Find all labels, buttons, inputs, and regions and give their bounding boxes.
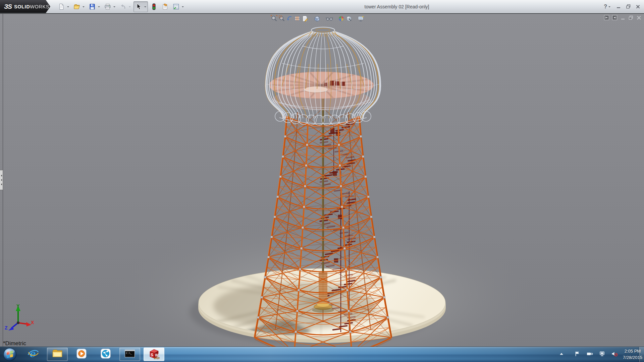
options-button[interactable] xyxy=(171,1,185,12)
collapse-arrow-icon xyxy=(0,179,2,181)
section-view-icon xyxy=(294,15,301,23)
panel-previous-button[interactable] xyxy=(604,16,609,21)
show-desktop-button[interactable] xyxy=(639,347,644,362)
y-axis-label: Y xyxy=(16,303,20,309)
toolbar-separator xyxy=(321,19,325,19)
annotation-view-button[interactable] xyxy=(301,15,309,23)
save-dropdown-icon[interactable] xyxy=(97,2,101,11)
start-button[interactable] xyxy=(3,348,17,361)
doc-restore-button[interactable] xyxy=(628,16,633,21)
file-properties-button[interactable] xyxy=(160,1,170,12)
power-button[interactable] xyxy=(587,351,593,358)
open-button[interactable] xyxy=(72,1,86,12)
new-document-dropdown-icon[interactable] xyxy=(66,2,70,11)
volume-muted-button[interactable] xyxy=(611,351,618,358)
taskbar-internet-explorer-button[interactable]: e xyxy=(23,348,44,361)
print-button[interactable] xyxy=(103,1,117,12)
taskbar-app-buttons: eC:\_SW2015 xyxy=(23,348,164,361)
annotation-view-icon xyxy=(302,15,309,23)
help-icon: ? xyxy=(604,4,607,10)
undo-button[interactable] xyxy=(118,1,132,12)
options-dropdown-icon[interactable] xyxy=(180,2,185,11)
select-dropdown-icon[interactable] xyxy=(143,2,147,11)
x-axis xyxy=(18,323,28,324)
zoom-to-fit-button[interactable] xyxy=(270,15,278,23)
show-hidden-icons-icon xyxy=(559,351,564,358)
logo-text: SOLIDWORKS xyxy=(14,4,49,9)
toolbar-separator xyxy=(353,19,357,19)
new-document-icon xyxy=(57,2,66,11)
collapse-arrow-icon xyxy=(0,175,2,177)
power-icon xyxy=(587,351,593,358)
close-button[interactable] xyxy=(635,4,641,9)
taskbar-command-prompt-button[interactable]: C:\_ xyxy=(119,348,140,361)
restore-button[interactable] xyxy=(626,4,631,9)
undo-dropdown-icon[interactable] xyxy=(127,2,132,11)
dassault-3ds-logo-icon: ЗS xyxy=(4,3,12,10)
svg-text:S: S xyxy=(151,353,153,357)
select-icon xyxy=(134,2,143,11)
taskbar-solidworks-button[interactable]: SW2015 xyxy=(144,348,164,361)
apply-scene-button[interactable] xyxy=(345,15,353,23)
section-view-button[interactable] xyxy=(293,15,301,23)
toolbar-separator xyxy=(333,19,337,19)
restore-icon xyxy=(626,4,631,9)
feature-manager-collapsed-tab[interactable] xyxy=(0,170,3,190)
graphics-area[interactable]: Y X Z *Dimetric xyxy=(0,13,644,347)
svg-text:C:\_: C:\_ xyxy=(126,352,132,355)
new-document-button[interactable] xyxy=(56,1,71,12)
network-button[interactable] xyxy=(599,351,605,358)
apply-scene-icon xyxy=(345,15,353,23)
zoom-to-area-button[interactable] xyxy=(278,15,286,23)
taskbar-media-player-button[interactable] xyxy=(71,348,92,361)
document-title: tower Assembly 02 [Read-only] xyxy=(365,0,429,13)
view-orientation-icon xyxy=(314,15,321,23)
app-title-bar: ЗS SOLIDWORKS tower Assembly 02 [Read-on… xyxy=(0,0,644,13)
solidworks-icon: SW2015 xyxy=(148,348,160,361)
print-icon xyxy=(103,2,112,11)
collapse-arrow-icon xyxy=(0,183,2,185)
previous-view-icon xyxy=(286,15,293,23)
edit-appearance-button[interactable] xyxy=(337,15,345,23)
command-prompt-icon: C:\_ xyxy=(124,348,136,361)
open-dropdown-icon[interactable] xyxy=(81,2,86,11)
taskbar-windows-explorer-button[interactable] xyxy=(47,348,68,361)
panel-next-button[interactable] xyxy=(612,16,617,21)
view-orientation-button[interactable] xyxy=(313,15,321,23)
edit-appearance-icon xyxy=(338,15,345,23)
select-button[interactable] xyxy=(133,1,148,12)
doc-close-icon xyxy=(637,15,641,21)
view-settings-button[interactable] xyxy=(357,15,365,23)
x-axis-label: X xyxy=(31,320,34,325)
panel-previous-icon xyxy=(604,15,609,21)
save-button[interactable] xyxy=(87,1,102,12)
logo-text-solid: SOLID xyxy=(14,4,30,9)
show-hidden-icon-button[interactable] xyxy=(559,351,564,358)
rebuild-button[interactable] xyxy=(149,1,159,12)
heads-up-view-toolbar xyxy=(270,15,365,23)
doc-close-button[interactable] xyxy=(636,16,641,21)
minimize-button[interactable] xyxy=(616,4,621,9)
share-app-icon xyxy=(100,348,111,361)
open-icon xyxy=(72,2,81,11)
previous-view-button[interactable] xyxy=(286,15,293,23)
minimize-icon xyxy=(616,5,621,9)
triad-origin xyxy=(17,321,19,324)
help-dropdown-icon[interactable] xyxy=(607,2,611,11)
action-center-button[interactable] xyxy=(575,351,580,358)
feature-manager-splitter[interactable] xyxy=(0,14,3,347)
help-button[interactable]: ? xyxy=(604,2,611,11)
zoom-to-area-icon xyxy=(278,15,285,23)
hide-show-items-button[interactable] xyxy=(325,15,333,23)
document-window-controls xyxy=(604,16,641,21)
windows-start-icon xyxy=(3,348,17,361)
view-orientation-label: *Dimetric xyxy=(3,340,26,347)
network-icon xyxy=(599,351,605,358)
doc-minimize-button[interactable] xyxy=(620,16,625,21)
windows-explorer-icon xyxy=(52,348,63,361)
file-properties-icon xyxy=(161,2,169,11)
taskbar-share-app-button[interactable] xyxy=(95,348,116,361)
reference-triad: Y X Z xyxy=(4,303,35,333)
internet-explorer-icon: e xyxy=(27,348,39,361)
print-dropdown-icon[interactable] xyxy=(112,2,116,11)
